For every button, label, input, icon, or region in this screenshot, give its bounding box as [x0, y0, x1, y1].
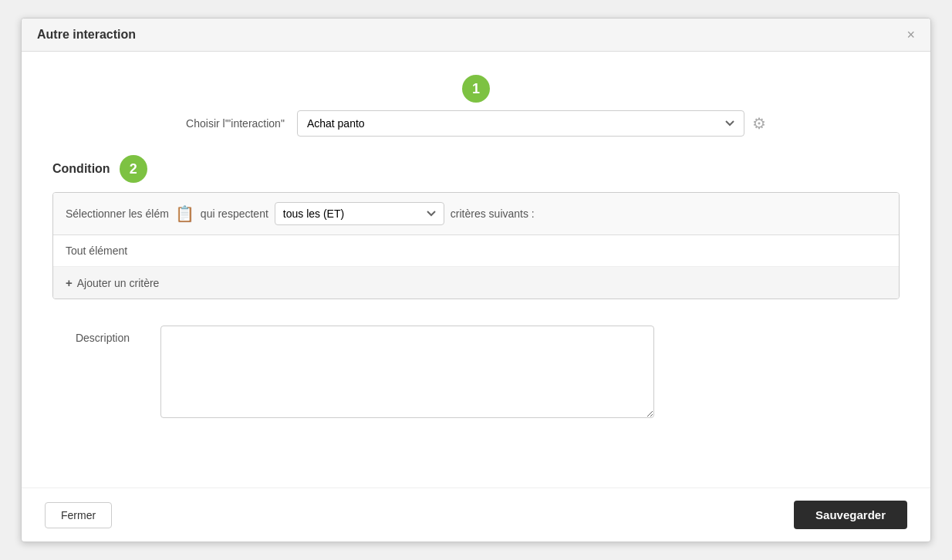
tout-element-label: Tout élément [66, 245, 127, 257]
dialog-title: Autre interaction [37, 28, 136, 42]
clipboard-icon[interactable]: 📋 [175, 204, 194, 223]
filter-prefix-text: Sélectionner les élém [66, 207, 169, 220]
condition-header: Condition 2 [52, 155, 900, 183]
description-label: Description [52, 326, 130, 344]
filter-middle-text: qui respectent [201, 207, 268, 220]
dialog-body: 1 Choisir l'"interaction" Achat panto ⚙ … [22, 52, 930, 487]
filter-suffix-text: critères suivants : [451, 207, 535, 220]
tout-element-row: Tout élément [53, 235, 899, 267]
condition-title: Condition [52, 162, 110, 176]
add-criteria-row[interactable]: + Ajouter un critère [53, 267, 899, 299]
step1-container: 1 Choisir l'"interaction" Achat panto ⚙ [52, 75, 900, 137]
step1-row: 1 [462, 75, 490, 103]
interaction-select[interactable]: Achat panto [297, 110, 744, 137]
criteria-select[interactable]: tous les (ET) au moins un (OU) [275, 202, 444, 225]
condition-section: Condition 2 Sélectionner les élém 📋 qui … [52, 155, 900, 299]
plus-icon: + [66, 276, 73, 289]
description-textarea[interactable] [160, 326, 654, 418]
gear-icon: ⚙ [752, 115, 766, 132]
condition-filter-row: Sélectionner les élém 📋 qui respectent t… [53, 193, 899, 235]
gear-icon-button[interactable]: ⚙ [752, 114, 766, 133]
condition-box: Sélectionner les élém 📋 qui respectent t… [52, 192, 900, 299]
step2-badge: 2 [120, 155, 147, 183]
step1-controls: Choisir l'"interaction" Achat panto ⚙ [186, 110, 766, 137]
interaction-select-wrapper: Achat panto ⚙ [297, 110, 766, 137]
dialog: Autre interaction × 1 Choisir l'"interac… [21, 18, 931, 542]
dialog-header: Autre interaction × [22, 19, 930, 52]
step1-badge: 1 [462, 75, 490, 103]
add-criteria-label: Ajouter un critère [77, 277, 160, 289]
close-button[interactable]: Fermer [45, 502, 112, 528]
close-icon-button[interactable]: × [906, 28, 915, 42]
save-button[interactable]: Sauvegarder [794, 501, 907, 529]
description-row: Description [52, 326, 900, 418]
dialog-footer: Fermer Sauvegarder [22, 487, 930, 541]
choose-interaction-label: Choisir l'"interaction" [186, 117, 285, 130]
